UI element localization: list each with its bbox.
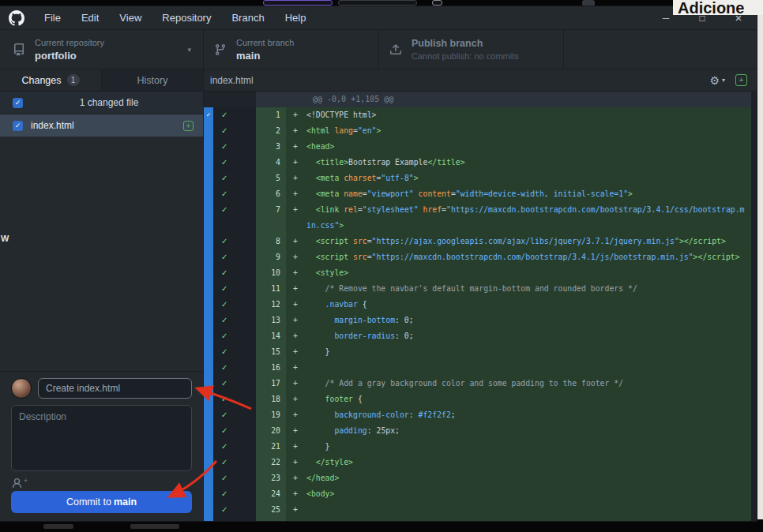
hunk-include-strip[interactable] [204,502,213,518]
line-include-checkbox[interactable]: ✓ [213,376,256,392]
code-text: margin-bottom: 0; [306,313,751,328]
commit-summary-input[interactable] [38,378,192,399]
line-include-checkbox[interactable]: ✓ [213,502,256,518]
line-include-checkbox[interactable]: ✓ [213,170,256,186]
hunk-include-strip[interactable] [204,281,213,297]
line-number: 8 [256,234,286,249]
added-line-marker: + [286,328,306,344]
hunk-include-strip[interactable] [204,360,213,376]
line-include-checkbox[interactable]: ✓ [213,407,256,423]
line-include-checkbox[interactable]: ✓ [213,455,256,470]
line-include-checkbox[interactable]: ✓ [213,202,256,234]
code-text: </head> [306,470,751,486]
line-include-checkbox[interactable]: ✓ [213,518,256,521]
line-include-checkbox[interactable]: ✓ [213,155,256,170]
hunk-include-strip[interactable] [204,186,213,202]
line-include-checkbox[interactable]: ✓ [213,249,256,265]
diff-line: ✓21+ } [204,439,751,455]
line-include-checkbox[interactable]: ✓ [213,281,256,297]
added-line-marker: + [286,170,306,186]
hunk-include-strip[interactable] [204,518,213,521]
publish-branch-button[interactable]: Publish branch Cannot publish: no commit… [379,30,564,69]
hunk-include-strip[interactable] [204,234,213,249]
hunk-include-strip[interactable] [204,470,213,486]
diff-lines: ✓✓1+<!DOCTYPE html>✓2+<html lang="en">✓3… [204,107,751,521]
hunk-include-strip[interactable] [204,313,213,328]
tab-changes[interactable]: Changes 1 [0,69,102,91]
hunk-include-strip[interactable] [204,392,213,407]
menu-view[interactable]: View [109,6,152,30]
line-include-checkbox[interactable]: ✓ [213,328,256,344]
line-include-checkbox[interactable]: ✓ [213,265,256,281]
added-line-marker: + [286,313,306,328]
hunk-include-strip[interactable] [204,139,213,155]
desktop-artifact [432,0,442,6]
diff-options-button[interactable]: ⚙▾ [709,75,725,86]
line-include-checkbox[interactable]: ✓ [213,344,256,360]
diff-line: ✓20+ padding: 25px; [204,423,751,439]
diff-line: ✓7+ <link rel="stylesheet" href="https:/… [204,202,751,234]
file-include-checkbox[interactable]: ✓ [13,121,23,131]
line-include-checkbox[interactable]: ✓ [213,423,256,439]
commit-button-label: Commit to [66,496,111,508]
hunk-include-strip[interactable] [204,439,213,455]
menu-help[interactable]: Help [275,6,317,30]
hunk-include-strip[interactable] [204,455,213,470]
hunk-include-strip[interactable] [204,486,213,502]
hunk-include-strip[interactable] [204,328,213,344]
diff-line: ✓14+ border-radius: 0; [204,328,751,344]
select-all-checkbox[interactable]: ✓ [13,98,23,108]
added-line-marker: + [286,360,306,376]
tab-history[interactable]: History [102,69,203,91]
hunk-include-strip[interactable] [204,170,213,186]
hunk-include-strip[interactable] [204,423,213,439]
hunk-include-strip[interactable] [204,297,213,313]
file-list-item[interactable]: ✓ index.html + [0,114,203,137]
line-include-checkbox[interactable]: ✓ [213,360,256,376]
diff-file-tab[interactable]: index.html [210,75,254,86]
add-coauthor-icon[interactable]: + [11,478,28,489]
hunk-include-strip[interactable] [204,249,213,265]
code-text: padding: 25px; [306,423,751,439]
line-include-checkbox[interactable]: ✓ [213,123,256,139]
menu-branch[interactable]: Branch [221,6,274,30]
hunk-include-strip[interactable] [204,407,213,423]
line-include-checkbox[interactable]: ✓ [213,234,256,249]
code-text: .navbar { [306,297,751,313]
line-include-checkbox[interactable]: ✓ [213,139,256,155]
hunk-include-strip[interactable] [204,123,213,139]
line-include-checkbox[interactable]: ✓ [213,313,256,328]
diff-view[interactable]: @@ -0,0 +1,105 @@ ✓✓1+<!DOCTYPE html>✓2+… [204,92,757,521]
current-branch-button[interactable]: Current branch main [204,30,379,69]
background-window-edge [757,0,763,519]
line-number: 11 [256,281,286,297]
line-include-checkbox[interactable]: ✓ [213,486,256,502]
commit-button[interactable]: Commit to main [11,491,192,513]
diff-line: ✓9+ <script src="https://maxcdn.bootstra… [204,249,751,265]
line-include-checkbox[interactable]: ✓ [213,297,256,313]
added-line-marker: + [286,455,306,470]
line-include-checkbox[interactable]: ✓ [213,470,256,486]
code-text: /* Add a gray background color and some … [306,376,751,392]
tab-history-label: History [137,75,168,86]
commit-description-input[interactable] [11,405,192,471]
menu-repository[interactable]: Repository [152,6,221,30]
expand-diff-icon[interactable]: + [735,74,747,86]
line-include-checkbox[interactable]: ✓ [213,439,256,455]
code-text: background-color: #f2f2f2; [306,407,751,423]
code-text: </style> [306,455,751,470]
diff-line: ✓✓1+<!DOCTYPE html> [204,107,751,123]
hunk-include-strip[interactable] [204,155,213,170]
current-repository-button[interactable]: Current repository portfolio ▾ [0,30,204,69]
line-include-checkbox[interactable]: ✓ [213,107,256,123]
hunk-include-strip[interactable] [204,344,213,360]
line-include-checkbox[interactable]: ✓ [213,392,256,407]
diff-line: ✓17+ /* Add a gray background color and … [204,376,751,392]
hunk-include-strip[interactable]: ✓ [204,107,213,123]
line-include-checkbox[interactable]: ✓ [213,186,256,202]
menu-edit[interactable]: Edit [71,6,109,30]
menu-file[interactable]: File [34,6,71,30]
hunk-include-strip[interactable] [204,202,213,234]
hunk-include-strip[interactable] [204,265,213,281]
hunk-include-strip[interactable] [204,376,213,392]
